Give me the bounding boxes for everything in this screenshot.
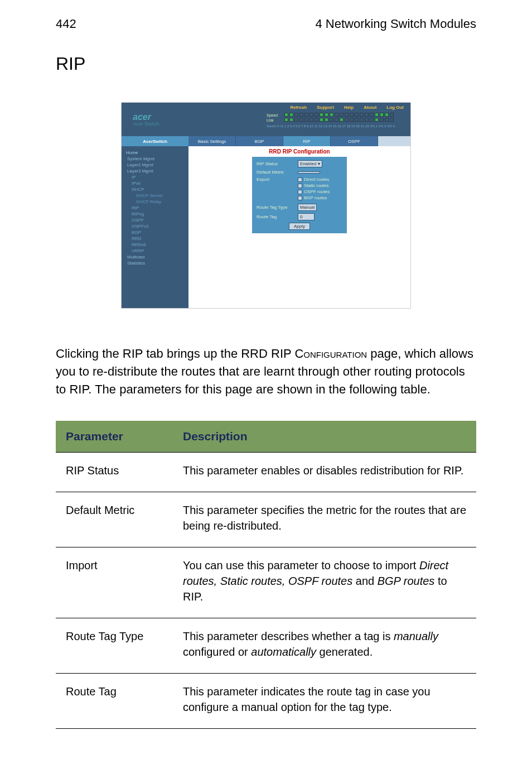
default-metric-input[interactable] — [298, 171, 320, 174]
th-description: Description — [173, 421, 476, 453]
sidebar-ospfv3[interactable]: OSPFv3 — [132, 223, 184, 229]
sidebar-system-mgmt[interactable]: System Mgmt — [127, 156, 184, 162]
top-link-help[interactable]: Help — [344, 105, 354, 110]
chk-static-routes[interactable] — [298, 184, 302, 188]
table-row: Default Metric This parameter specifies … — [56, 492, 476, 547]
param-cell: Default Metric — [56, 492, 173, 547]
sidebar-vrrp[interactable]: VRRP — [132, 248, 184, 254]
desc-cell: This parameter indicates the route tag i… — [173, 673, 476, 728]
table-row: Route Tag Type This parameter describes … — [56, 618, 476, 673]
apply-button[interactable]: Apply — [289, 223, 310, 230]
acer-logo: acer — [133, 112, 151, 122]
export-label: Export — [257, 177, 294, 182]
opt-direct-routes: Direct routes — [304, 177, 329, 182]
config-form: RIP Status Enabled ▾ Default Metric Expo… — [252, 157, 347, 233]
tab-basic-settings[interactable]: Basic Settings — [188, 136, 236, 146]
acer-logo-sub: Acer Switch — [133, 121, 159, 127]
route-tag-input[interactable]: 0 — [298, 213, 315, 220]
table-row: Import You can use this parameter to cho… — [56, 547, 476, 618]
opt-static-routes: Static routes — [304, 183, 328, 188]
page-header: 442 4 Networking Switch Modules — [0, 0, 532, 37]
embedded-screenshot-container: acer Acer Switch Refresh Support Help Ab… — [0, 85, 532, 331]
sidebar-home[interactable]: Home — [126, 150, 184, 156]
embedded-screenshot: acer Acer Switch Refresh Support Help Ab… — [121, 102, 411, 309]
chk-bgp-routes[interactable] — [298, 196, 302, 200]
table-row: RIP Status This parameter enables or dis… — [56, 452, 476, 492]
param-cell: Route Tag Type — [56, 618, 173, 673]
sidebar-layer3-mgmt[interactable]: Layer3 Mgmt — [127, 168, 184, 174]
default-metric-label: Default Metric — [257, 170, 294, 175]
ss-sidebar: Home System Mgmt Layer2 Mgmt Layer3 Mgmt… — [122, 146, 188, 309]
config-title: RRD RIP Configuration — [188, 148, 410, 155]
route-tag-label: Route Tag — [257, 214, 294, 219]
chk-ospf-routes[interactable] — [298, 190, 302, 194]
sidebar-ipv6[interactable]: IPv6 — [132, 180, 184, 186]
sidebar-ip[interactable]: IP — [132, 174, 184, 180]
desc-cell: This parameter specifies the metric for … — [173, 492, 476, 547]
param-cell: Route Tag — [56, 673, 173, 728]
tab-bgp[interactable]: BGP — [236, 136, 283, 146]
port-switch-row: Switch 0 Gi 1 2 3 4 5 6 7 8 9 10 11 12 1… — [267, 124, 395, 129]
sidebar-ripng[interactable]: RIPng — [132, 211, 184, 217]
ss-top-links: Refresh Support Help About Log Out — [290, 105, 404, 110]
chapter-title: 4 Networking Switch Modules — [315, 17, 476, 31]
ss-body: Home System Mgmt Layer2 Mgmt Layer3 Mgmt… — [122, 146, 410, 309]
nav-brand: AcerSwitch — [122, 136, 188, 146]
table-row: Route Tag This parameter indicates the r… — [56, 673, 476, 728]
sidebar-dhcp[interactable]: DHCP — [132, 186, 184, 193]
sidebar-rip[interactable]: RIP — [132, 205, 184, 211]
body-paragraph: Clicking the RIP tab brings up the RRD R… — [0, 331, 532, 415]
route-tag-type-select[interactable]: Manual — [298, 204, 317, 211]
route-tag-type-label: Route Tag Type — [257, 205, 294, 210]
parameter-table: Parameter Description RIP Status This pa… — [56, 421, 476, 729]
ss-port-grid: Speed Link Switch 0 Gi 1 2 3 4 5 6 7 8 9… — [267, 113, 395, 129]
top-link-logout[interactable]: Log Out — [386, 105, 404, 110]
chk-direct-routes[interactable] — [298, 177, 302, 182]
ss-main: RRD RIP Configuration RIP Status Enabled… — [188, 146, 410, 309]
port-speed-label: Speed — [267, 113, 283, 118]
section-heading: RIP — [0, 37, 532, 85]
desc-cell: You can use this parameter to choose to … — [173, 547, 476, 618]
page-number: 442 — [56, 17, 76, 31]
tab-rip[interactable]: RIP — [283, 136, 331, 146]
sidebar-statistics[interactable]: Statistics — [127, 260, 184, 266]
param-cell: RIP Status — [56, 452, 173, 492]
tab-ospf[interactable]: OSPF — [331, 136, 378, 146]
opt-ospf-routes: OSPF routes — [304, 189, 330, 194]
th-parameter: Parameter — [56, 421, 173, 453]
ss-topbar: acer Acer Switch Refresh Support Help Ab… — [122, 103, 410, 136]
top-link-support[interactable]: Support — [317, 105, 334, 110]
sidebar-bgp[interactable]: BGP — [132, 229, 184, 236]
opt-bgp-routes: BGP routes — [304, 195, 327, 200]
top-link-about[interactable]: About — [364, 105, 376, 110]
rip-status-select[interactable]: Enabled ▾ — [298, 160, 322, 167]
desc-cell: This parameter enables or disables redis… — [173, 452, 476, 492]
sidebar-dhcp-relay[interactable]: DHCP Relay — [136, 199, 184, 205]
sidebar-dhcp-server[interactable]: DHCP Server — [136, 193, 184, 199]
sidebar-ospf[interactable]: OSPF — [132, 217, 184, 223]
ss-nav-row: AcerSwitch Basic Settings BGP RIP OSPF — [122, 136, 410, 146]
sidebar-rrdv6[interactable]: RRDv6 — [132, 242, 184, 248]
top-link-refresh[interactable]: Refresh — [290, 105, 307, 110]
desc-cell: This parameter describes whether a tag i… — [173, 618, 476, 673]
sidebar-multicast[interactable]: Multicast — [127, 254, 184, 260]
port-link-label: Link — [267, 118, 283, 123]
param-cell: Import — [56, 547, 173, 618]
sidebar-layer2-mgmt[interactable]: Layer2 Mgmt — [127, 162, 184, 168]
rip-status-label: RIP Status — [257, 161, 294, 166]
sidebar-rrd[interactable]: RRD — [132, 236, 184, 242]
